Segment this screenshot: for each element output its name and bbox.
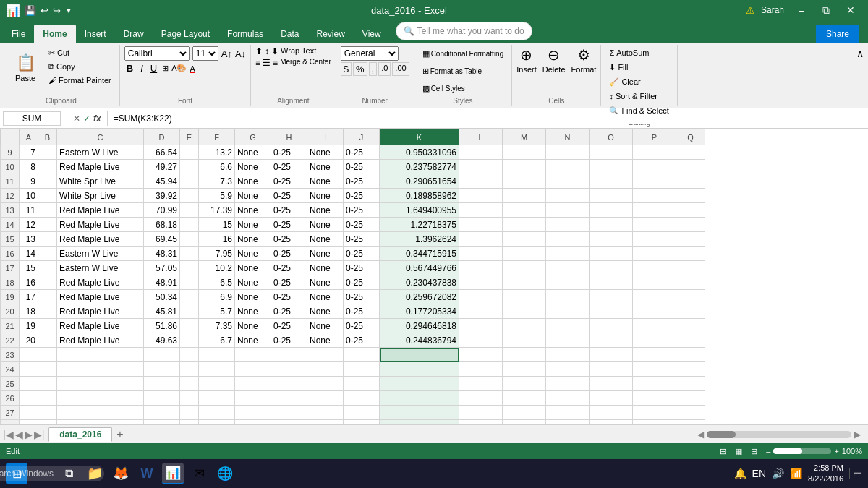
sheet-nav-last[interactable]: ▶| bbox=[34, 429, 45, 440]
align-left-button[interactable]: ≡ bbox=[255, 58, 260, 68]
cell-12-o[interactable] bbox=[590, 189, 633, 203]
cell-23-l[interactable] bbox=[459, 348, 503, 362]
cell-28-l[interactable] bbox=[459, 420, 503, 425]
cell-13-f[interactable]: 17.39 bbox=[199, 203, 235, 218]
cell-14-n[interactable] bbox=[546, 218, 590, 232]
cell-20-d[interactable]: 45.81 bbox=[144, 304, 180, 319]
cell-26-q[interactable] bbox=[676, 391, 705, 406]
cell-20-c[interactable]: Red Maple Live bbox=[57, 304, 144, 319]
cell-19-k[interactable]: 0.259672082 bbox=[380, 290, 459, 304]
cell-27-m[interactable] bbox=[503, 406, 546, 420]
volume-icon[interactable]: 🔊 bbox=[772, 468, 784, 479]
cell-23-m[interactable] bbox=[503, 348, 546, 362]
row-header-9[interactable]: 9 bbox=[1, 145, 20, 160]
cell-24-d[interactable] bbox=[144, 362, 180, 377]
cell-25-p[interactable] bbox=[633, 377, 676, 391]
cell-12-p[interactable] bbox=[633, 189, 676, 203]
cell-9-n[interactable] bbox=[546, 145, 590, 160]
cell-14-g[interactable]: None bbox=[235, 218, 271, 232]
cell-18-m[interactable] bbox=[503, 275, 546, 290]
cell-13-e[interactable] bbox=[180, 203, 199, 218]
cell-23-g[interactable] bbox=[235, 348, 271, 362]
cell-21-i[interactable]: None bbox=[307, 319, 344, 333]
cell-20-m[interactable] bbox=[503, 304, 546, 319]
cell-15-j[interactable]: 0-25 bbox=[344, 232, 380, 247]
font-color-button[interactable]: A bbox=[190, 64, 195, 73]
cell-22-l[interactable] bbox=[459, 333, 503, 348]
cell-22-d[interactable]: 49.63 bbox=[144, 333, 180, 348]
cell-21-l[interactable] bbox=[459, 319, 503, 333]
cell-19-b[interactable] bbox=[38, 290, 57, 304]
cell-27-h[interactable] bbox=[271, 406, 307, 420]
fill-color-button[interactable]: A🎨 bbox=[171, 64, 187, 73]
cell-10-a[interactable]: 8 bbox=[20, 160, 38, 174]
cell-10-k[interactable]: 0.237582774 bbox=[380, 160, 459, 174]
cell-17-i[interactable]: None bbox=[307, 261, 344, 275]
cell-17-b[interactable] bbox=[38, 261, 57, 275]
cell-25-j[interactable] bbox=[344, 377, 380, 391]
sheet-nav-first[interactable]: |◀ bbox=[3, 429, 14, 440]
cell-27-g[interactable] bbox=[235, 406, 271, 420]
cell-12-g[interactable]: None bbox=[235, 189, 271, 203]
cell-17-p[interactable] bbox=[633, 261, 676, 275]
cell-17-m[interactable] bbox=[503, 261, 546, 275]
cell-20-o[interactable] bbox=[590, 304, 633, 319]
cell-23-i[interactable] bbox=[307, 348, 344, 362]
cell-9-q[interactable] bbox=[676, 145, 705, 160]
cell-10-o[interactable] bbox=[590, 160, 633, 174]
cell-18-c[interactable]: Red Maple Live bbox=[57, 275, 144, 290]
cell-25-i[interactable] bbox=[307, 377, 344, 391]
cell-16-i[interactable]: None bbox=[307, 247, 344, 261]
cell-12-l[interactable] bbox=[459, 189, 503, 203]
col-header-k[interactable]: K bbox=[380, 129, 459, 145]
cell-11-g[interactable]: None bbox=[235, 174, 271, 189]
cell-23-b[interactable] bbox=[38, 348, 57, 362]
cell-9-e[interactable] bbox=[180, 145, 199, 160]
cell-18-i[interactable]: None bbox=[307, 275, 344, 290]
cell-24-f[interactable] bbox=[199, 362, 235, 377]
cell-10-j[interactable]: 0-25 bbox=[344, 160, 380, 174]
share-button[interactable]: Share bbox=[816, 25, 859, 43]
tab-review[interactable]: Review bbox=[307, 25, 353, 43]
cell-14-j[interactable]: 0-25 bbox=[344, 218, 380, 232]
cell-19-l[interactable] bbox=[459, 290, 503, 304]
cell-21-n[interactable] bbox=[546, 319, 590, 333]
sheet-nav-next[interactable]: ▶ bbox=[25, 429, 33, 440]
zoom-in-button[interactable]: + bbox=[834, 447, 838, 455]
cell-23-a[interactable] bbox=[20, 348, 38, 362]
cell-9-l[interactable] bbox=[459, 145, 503, 160]
cell-10-b[interactable] bbox=[38, 160, 57, 174]
scroll-left-btn[interactable]: ◀ bbox=[697, 429, 704, 440]
cell-28-q[interactable] bbox=[676, 420, 705, 425]
cell-24-o[interactable] bbox=[590, 362, 633, 377]
cell-22-n[interactable] bbox=[546, 333, 590, 348]
cell-12-a[interactable]: 10 bbox=[20, 189, 38, 203]
cell-12-f[interactable]: 5.9 bbox=[199, 189, 235, 203]
cell-15-d[interactable]: 69.45 bbox=[144, 232, 180, 247]
word-icon[interactable]: W bbox=[136, 463, 158, 484]
cell-15-o[interactable] bbox=[590, 232, 633, 247]
cell-17-c[interactable]: Eastern W Live bbox=[57, 261, 144, 275]
cell-20-q[interactable] bbox=[676, 304, 705, 319]
row-header-10[interactable]: 10 bbox=[1, 160, 20, 174]
col-header-i[interactable]: I bbox=[307, 129, 344, 145]
cell-19-q[interactable] bbox=[676, 290, 705, 304]
cell-21-p[interactable] bbox=[633, 319, 676, 333]
sheet-tab-data2016[interactable]: data_2016 bbox=[48, 427, 112, 442]
cell-16-k[interactable]: 0.344715915 bbox=[380, 247, 459, 261]
cell-19-p[interactable] bbox=[633, 290, 676, 304]
cell-16-a[interactable]: 14 bbox=[20, 247, 38, 261]
cell-18-k[interactable]: 0.230437838 bbox=[380, 275, 459, 290]
quick-access-more[interactable]: ▼ bbox=[65, 7, 72, 14]
restore-button[interactable]: ⧉ bbox=[814, 0, 838, 20]
row-header-12[interactable]: 12 bbox=[1, 189, 20, 203]
row-header-22[interactable]: 22 bbox=[1, 333, 20, 348]
cell-14-d[interactable]: 68.18 bbox=[144, 218, 180, 232]
cell-16-o[interactable] bbox=[590, 247, 633, 261]
cell-16-j[interactable]: 0-25 bbox=[344, 247, 380, 261]
cell-21-m[interactable] bbox=[503, 319, 546, 333]
decrease-font-button[interactable]: A↓ bbox=[235, 48, 246, 59]
notification-icon[interactable]: 🔔 bbox=[734, 468, 746, 479]
align-top-button[interactable]: ⬆ bbox=[255, 46, 263, 56]
increase-font-button[interactable]: A↑ bbox=[221, 48, 232, 59]
